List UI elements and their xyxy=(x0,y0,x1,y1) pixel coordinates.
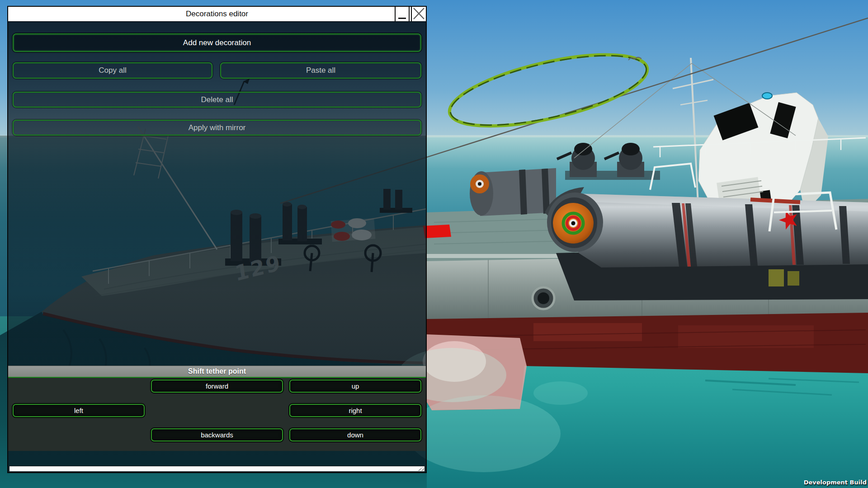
resize-bar[interactable] xyxy=(9,466,425,472)
tether-right-button[interactable]: right xyxy=(289,404,421,417)
minimize-button[interactable] xyxy=(395,7,410,21)
close-icon xyxy=(412,7,426,20)
development-build-watermark: Development Build xyxy=(804,479,867,486)
window-titlebar[interactable]: Decorations editor xyxy=(8,7,426,22)
porthole xyxy=(533,287,554,309)
main-torpedo-tube xyxy=(545,187,868,300)
minimize-icon xyxy=(398,18,406,19)
tether-left-button[interactable]: left xyxy=(13,404,145,417)
tether-forward-button[interactable]: forward xyxy=(151,380,283,393)
shift-tether-header: Shift tether point xyxy=(8,366,426,378)
shift-tether-section: Shift tether point forward up left right… xyxy=(8,366,426,451)
apply-with-mirror-button[interactable]: Apply with mirror xyxy=(13,120,421,136)
shift-tether-controls: forward up left right backwards down xyxy=(8,378,426,451)
game-screen: 129 xyxy=(0,0,868,488)
rear-torpedo-tube xyxy=(470,168,556,216)
red-deck-marker xyxy=(423,225,451,238)
delete-all-button[interactable]: Delete all xyxy=(13,92,421,108)
tether-up-button[interactable]: up xyxy=(289,380,421,393)
copy-all-button[interactable]: Copy all xyxy=(13,62,212,79)
close-button[interactable] xyxy=(411,7,426,21)
add-new-decoration-button[interactable]: Add new decoration xyxy=(13,33,421,52)
window-title: Decorations editor xyxy=(186,9,248,19)
resize-grip-icon[interactable] xyxy=(417,466,424,471)
tether-down-button[interactable]: down xyxy=(289,428,421,441)
paste-all-button[interactable]: Paste all xyxy=(220,62,421,79)
decorations-editor-window: Decorations editor Add new decoration Co… xyxy=(7,6,427,473)
window-controls xyxy=(395,7,426,21)
window-content: Add new decoration Copy all Paste all De… xyxy=(8,21,426,472)
tether-backwards-button[interactable]: backwards xyxy=(151,428,283,441)
